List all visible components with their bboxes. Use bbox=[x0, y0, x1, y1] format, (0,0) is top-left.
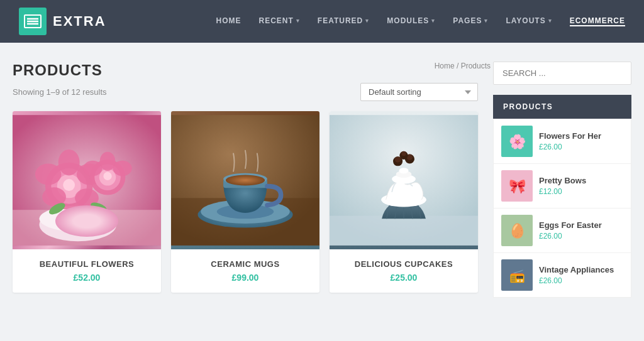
main-content: PRODUCTS Home / Products Showing 1–9 of … bbox=[0, 43, 644, 317]
sidebar-product-item[interactable]: 🥚 Eggs For Easter £26.00 bbox=[494, 208, 631, 253]
product-image-flowers bbox=[13, 111, 161, 249]
svg-point-10 bbox=[81, 220, 87, 225]
sidebar-product-price: £26.00 bbox=[539, 232, 602, 241]
svg-point-16 bbox=[35, 164, 62, 185]
product-card[interactable]: BEAUTIFUL FLOWERS £52.00 bbox=[13, 111, 161, 293]
header: EXTRA HOME RECENT ▾ FEATURED ▾ MODULES ▾… bbox=[0, 0, 644, 43]
product-info: DELICIOUS CUPCAKES £25.00 bbox=[330, 249, 478, 293]
sidebar-product-thumbnail: 🥚 bbox=[501, 215, 533, 246]
product-image-coffee bbox=[171, 111, 319, 249]
svg-point-50 bbox=[395, 156, 401, 162]
sidebar-product-name: Vintage Appliances bbox=[539, 265, 614, 274]
svg-text:🌸: 🌸 bbox=[509, 133, 526, 150]
product-info: CERAMIC MUGS £99.00 bbox=[171, 249, 319, 293]
sidebar-product-thumbnail: 🌸 bbox=[501, 126, 533, 157]
logo-icon bbox=[19, 8, 47, 35]
sidebar-product-info: Flowers For Her £26.00 bbox=[539, 131, 601, 151]
nav-recent[interactable]: RECENT ▾ bbox=[259, 16, 300, 26]
svg-text:🎀: 🎀 bbox=[509, 178, 526, 195]
products-area: PRODUCTS Home / Products Showing 1–9 of … bbox=[13, 62, 478, 298]
sidebar-product-price: £12.00 bbox=[539, 187, 586, 196]
sidebar-product-name: Eggs For Easter bbox=[539, 220, 602, 230]
chevron-down-icon: ▾ bbox=[365, 18, 369, 24]
svg-text:📻: 📻 bbox=[509, 268, 525, 283]
main-nav: HOME RECENT ▾ FEATURED ▾ MODULES ▾ PAGES… bbox=[216, 16, 626, 26]
svg-point-9 bbox=[70, 214, 75, 219]
svg-rect-39 bbox=[330, 216, 478, 246]
svg-point-37 bbox=[226, 175, 265, 186]
svg-point-48 bbox=[399, 168, 408, 173]
nav-ecommerce[interactable]: ECOMMERCE bbox=[570, 16, 625, 26]
product-card[interactable]: CERAMIC MUGS £99.00 bbox=[171, 111, 319, 293]
chevron-down-icon: ▾ bbox=[431, 18, 435, 24]
sidebar-widget-title: PRODUCTS bbox=[493, 95, 631, 119]
sidebar-product-name: Flowers For Her bbox=[539, 131, 601, 141]
sidebar: PRODUCTS 🌸 Flowers For Her £26.00 bbox=[493, 62, 631, 298]
sidebar-product-info: Eggs For Easter £26.00 bbox=[539, 220, 602, 241]
product-grid: BEAUTIFUL FLOWERS £52.00 bbox=[13, 111, 478, 293]
nav-layouts[interactable]: LAYOUTS ▾ bbox=[506, 16, 552, 26]
nav-featured[interactable]: FEATURED ▾ bbox=[318, 16, 369, 26]
sidebar-product-list: 🌸 Flowers For Her £26.00 🎀 Pretty Bows bbox=[493, 119, 631, 298]
page-header: PRODUCTS Home / Products bbox=[13, 62, 478, 79]
chevron-down-icon: ▾ bbox=[484, 18, 488, 24]
nav-home[interactable]: HOME bbox=[216, 16, 242, 26]
sidebar-product-item[interactable]: 🌸 Flowers For Her £26.00 bbox=[494, 119, 631, 164]
svg-point-25 bbox=[83, 161, 102, 176]
sidebar-product-name: Pretty Bows bbox=[539, 176, 586, 185]
sidebar-product-price: £26.00 bbox=[539, 276, 614, 285]
logo[interactable]: EXTRA bbox=[19, 8, 106, 35]
nav-pages[interactable]: PAGES ▾ bbox=[453, 16, 488, 26]
svg-text:🥚: 🥚 bbox=[509, 222, 526, 239]
product-info: BEAUTIFUL FLOWERS £52.00 bbox=[13, 249, 161, 293]
sidebar-product-info: Pretty Bows £12.00 bbox=[539, 176, 586, 196]
sort-select[interactable]: Default sorting Sort by price: low to hi… bbox=[360, 83, 478, 101]
svg-point-15 bbox=[63, 179, 75, 191]
product-name: DELICIOUS CUPCAKES bbox=[340, 259, 468, 269]
svg-point-27 bbox=[100, 152, 116, 171]
nav-modules[interactable]: MODULES ▾ bbox=[387, 16, 435, 26]
breadcrumb: Home / Products bbox=[435, 62, 491, 70]
sidebar-product-item[interactable]: 🎀 Pretty Bows £12.00 bbox=[494, 164, 631, 208]
product-card[interactable]: DELICIOUS CUPCAKES £25.00 bbox=[330, 111, 478, 293]
product-name: BEAUTIFUL FLOWERS bbox=[23, 259, 151, 269]
product-price: £25.00 bbox=[340, 273, 468, 283]
sidebar-product-thumbnail: 📻 bbox=[501, 259, 533, 291]
page-title: PRODUCTS bbox=[13, 62, 478, 79]
results-bar: Showing 1–9 of 12 results Default sortin… bbox=[13, 83, 478, 101]
product-price: £52.00 bbox=[23, 273, 151, 283]
sidebar-product-thumbnail: 🎀 bbox=[501, 170, 533, 202]
chevron-down-icon: ▾ bbox=[296, 18, 300, 24]
search-input[interactable] bbox=[493, 62, 631, 85]
sidebar-product-item[interactable]: 📻 Vintage Appliances £26.00 bbox=[494, 253, 631, 297]
svg-point-11 bbox=[93, 215, 98, 220]
svg-point-18 bbox=[58, 149, 80, 176]
results-count: Showing 1–9 of 12 results bbox=[13, 87, 107, 97]
sidebar-product-price: £26.00 bbox=[539, 143, 601, 151]
chevron-down-icon: ▾ bbox=[548, 18, 552, 24]
logo-text: EXTRA bbox=[53, 13, 106, 30]
product-image-cupcake bbox=[330, 111, 478, 249]
product-price: £99.00 bbox=[181, 273, 309, 283]
svg-point-54 bbox=[401, 151, 406, 156]
svg-point-26 bbox=[113, 161, 132, 176]
product-name: CERAMIC MUGS bbox=[181, 259, 309, 269]
svg-point-8 bbox=[60, 217, 66, 223]
svg-point-24 bbox=[103, 172, 111, 180]
sidebar-product-info: Vintage Appliances £26.00 bbox=[539, 265, 614, 285]
